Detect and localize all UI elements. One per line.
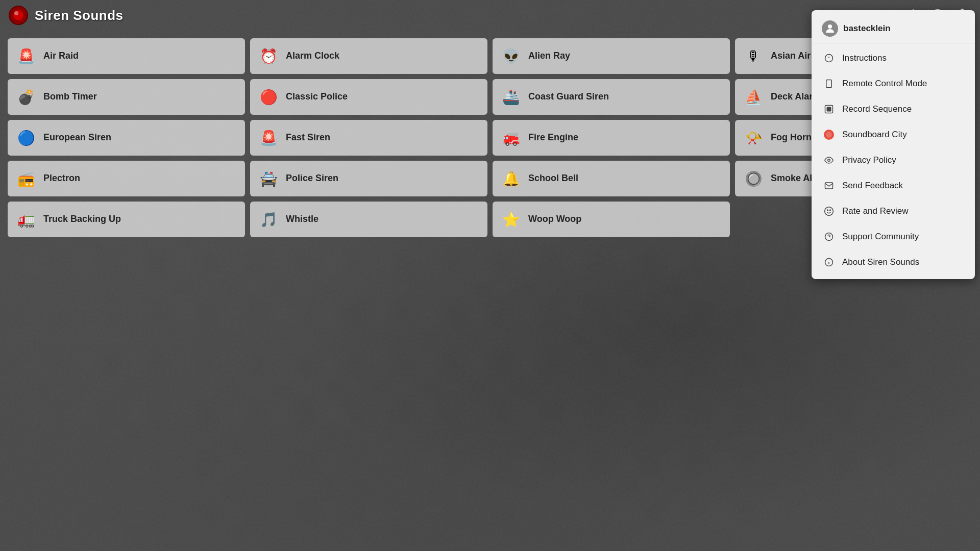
sound-btn-coast-guard-siren[interactable]: 🚢Coast Guard Siren [493, 79, 730, 115]
sound-btn-police-siren[interactable]: 🚔Police Siren [250, 161, 487, 196]
sound-label-fire-engine: Fire Engine [528, 132, 578, 143]
sound-icon-whistle: 🎵 [257, 208, 280, 231]
menu-item-remote-control[interactable]: Remote Control Mode [812, 71, 975, 96]
menu-icon-support-community [822, 230, 836, 244]
sound-label-coast-guard-siren: Coast Guard Siren [528, 91, 609, 103]
menu-item-privacy-policy[interactable]: Privacy Policy [812, 147, 975, 173]
sound-label-plectron: Plectron [43, 173, 80, 184]
menu-item-send-feedback[interactable]: Send Feedback [812, 173, 975, 198]
menu-item-record-sequence[interactable]: Record Sequence [812, 96, 975, 122]
sound-icon-alarm-clock: ⏰ [257, 45, 280, 67]
menu-username: bastecklein [843, 23, 891, 34]
sound-icon-smoke-alarm: 🔘 [742, 167, 765, 190]
svg-point-20 [827, 210, 828, 211]
menu-icon-soundboard-city [822, 128, 836, 142]
sound-label-police-siren: Police Siren [286, 173, 338, 184]
sound-icon-european-siren: 🔵 [15, 127, 37, 149]
dropdown-menu: bastecklein InstructionsRemote Control M… [812, 10, 975, 279]
sound-btn-fire-engine[interactable]: 🚒Fire Engine [493, 120, 730, 156]
sound-icon-fast-siren: 🚨 [257, 127, 280, 149]
svg-point-19 [825, 207, 834, 216]
sound-icon-fire-engine: 🚒 [500, 127, 522, 149]
user-avatar [822, 20, 838, 37]
menu-icon-record-sequence [822, 102, 836, 116]
sound-label-classic-police: Classic Police [286, 91, 348, 103]
svg-point-8 [828, 24, 832, 29]
svg-point-2 [14, 11, 18, 15]
svg-point-1 [13, 10, 23, 20]
menu-label-remote-control: Remote Control Mode [842, 79, 927, 89]
sound-btn-school-bell[interactable]: 🔔School Bell [493, 161, 730, 196]
sound-btn-classic-police[interactable]: 🔴Classic Police [250, 79, 487, 115]
menu-label-record-sequence: Record Sequence [842, 104, 912, 114]
sound-btn-air-raid[interactable]: 🚨Air Raid [8, 38, 245, 74]
app-title: Siren Sounds [35, 8, 124, 23]
menu-label-privacy-policy: Privacy Policy [842, 155, 896, 165]
menu-label-instructions: Instructions [842, 53, 887, 63]
sound-label-alien-ray: Alien Ray [528, 51, 570, 62]
sound-label-bomb-timer: Bomb Timer [43, 91, 97, 103]
menu-item-support-community[interactable]: Support Community [812, 224, 975, 249]
sound-btn-truck-backing-up[interactable]: 🚛Truck Backing Up [8, 202, 245, 237]
menu-icon-rate-review [822, 204, 836, 218]
menu-icon-about [822, 255, 836, 269]
sound-btn-european-siren[interactable]: 🔵European Siren [8, 120, 245, 156]
sound-label-woop-woop: Woop Woop [528, 214, 581, 225]
sound-label-truck-backing-up: Truck Backing Up [43, 214, 121, 225]
sound-icon-fog-horn: 📯 [742, 127, 765, 149]
sound-btn-whistle[interactable]: 🎵Whistle [250, 202, 487, 237]
menu-icon-instructions [822, 51, 836, 65]
menu-label-support-community: Support Community [842, 232, 919, 242]
menu-label-rate-review: Rate and Review [842, 206, 908, 216]
menu-item-instructions[interactable]: Instructions [812, 45, 975, 71]
svg-point-21 [830, 210, 831, 211]
sound-btn-alien-ray[interactable]: 👽Alien Ray [493, 38, 730, 74]
sound-btn-fast-siren[interactable]: 🚨Fast Siren [250, 120, 487, 156]
menu-label-soundboard-city: Soundboard City [842, 130, 907, 140]
sound-btn-plectron[interactable]: 📻Plectron [8, 161, 245, 196]
sound-label-air-raid: Air Raid [43, 51, 79, 62]
menu-item-rate-review[interactable]: Rate and Review [812, 198, 975, 224]
app-icon [8, 5, 29, 26]
sound-icon-school-bell: 🔔 [500, 167, 522, 190]
sound-icon-bomb-timer: 💣 [15, 86, 37, 108]
sound-label-alarm-clock: Alarm Clock [286, 51, 339, 62]
menu-icon-remote-control [822, 77, 836, 91]
sound-label-school-bell: School Bell [528, 173, 578, 184]
menu-items: InstructionsRemote Control ModeRecord Se… [812, 45, 975, 275]
menu-icon-send-feedback [822, 179, 836, 193]
svg-point-17 [826, 132, 832, 138]
sound-icon-coast-guard-siren: 🚢 [500, 86, 522, 108]
sound-label-european-siren: European Siren [43, 132, 111, 143]
sound-btn-alarm-clock[interactable]: ⏰Alarm Clock [250, 38, 487, 74]
sound-btn-bomb-timer[interactable]: 💣Bomb Timer [8, 79, 245, 115]
sound-icon-woop-woop: ⭐ [500, 208, 522, 231]
sound-icon-truck-backing-up: 🚛 [15, 208, 37, 231]
menu-icon-privacy-policy [822, 153, 836, 167]
menu-label-send-feedback: Send Feedback [842, 181, 903, 191]
sound-icon-deck-alarm: ⛵ [742, 86, 765, 108]
menu-label-about: About Siren Sounds [842, 257, 919, 267]
menu-item-about[interactable]: About Siren Sounds [812, 249, 975, 275]
svg-rect-15 [827, 107, 831, 111]
sound-icon-alien-ray: 👽 [500, 45, 522, 67]
menu-item-soundboard-city[interactable]: Soundboard City [812, 122, 975, 147]
sound-label-whistle: Whistle [286, 214, 318, 225]
svg-point-18 [828, 159, 830, 162]
sound-label-fast-siren: Fast Siren [286, 132, 330, 143]
sound-icon-police-siren: 🚔 [257, 167, 280, 190]
sound-label-fog-horn: Fog Horn [771, 132, 812, 143]
sound-icon-plectron: 📻 [15, 167, 37, 190]
menu-header: bastecklein [812, 14, 975, 43]
sound-icon-asian-air-raid: 🎙 [742, 45, 765, 67]
sound-btn-woop-woop[interactable]: ⭐Woop Woop [493, 202, 730, 237]
sound-icon-air-raid: 🚨 [15, 45, 37, 67]
sound-icon-classic-police: 🔴 [257, 86, 280, 108]
